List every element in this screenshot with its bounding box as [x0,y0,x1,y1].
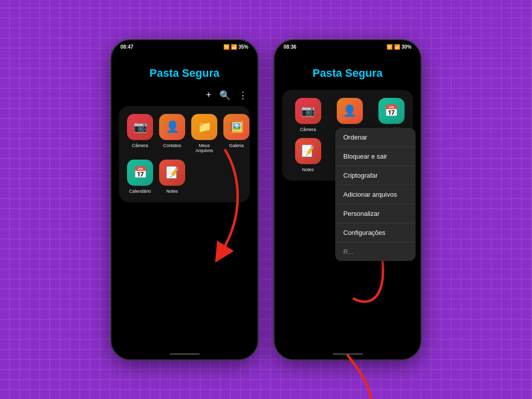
left-phone: 08:47 🛜 📶 35% Pasta Segura + 🔍 ⋮ 📷 Câ [110,39,258,360]
add-icon[interactable]: + [206,90,211,101]
signal-icon-right: 📶 [394,44,400,50]
gallery-label: Galeria [229,143,243,149]
menu-criptografar[interactable]: Criptografar [335,166,416,185]
app-camera[interactable]: 📷 Câmera [127,114,153,154]
apps-grid-left: 📷 Câmera 👤 Contatos 📁 Meus Arquivos 🖼️ G… [119,106,250,202]
search-icon[interactable]: 🔍 [219,90,230,101]
camera-label-right: Câmera [300,127,316,132]
notes-icon: 📝 [159,160,185,186]
bottom-bar-left [111,349,257,359]
bottom-indicator-left [170,353,200,355]
app-contacts[interactable]: 👤 Contatos [159,114,185,154]
calendar-icon-right: 📅 [378,98,405,124]
app-notes-right[interactable]: 📝 Notes [290,138,326,173]
menu-configuracoes[interactable]: Configurações [335,223,416,242]
calendar-icon: 📅 [127,160,153,186]
menu-rascunho[interactable]: R... [335,242,416,261]
right-phone-wrapper: 08:36 🛜 📶 30% Pasta Segura 📷 Câmera 👤 Co… [274,39,422,360]
app-gallery[interactable]: 🖼️ Galeria [223,114,249,154]
toolbar-left: + 🔍 ⋮ [111,90,257,106]
contacts-icon-right: 👤 [337,98,363,124]
app-notes[interactable]: 📝 Notes [159,160,185,194]
time-right: 08:36 [284,44,297,50]
menu-bloquear[interactable]: Bloquear e sair [335,147,416,166]
camera-label: Câmera [132,143,148,149]
wifi-icon-right: 🛜 [386,44,392,50]
app-contacts-right[interactable]: 👤 Contato... [332,98,367,132]
battery-left: 35% [238,44,248,50]
page-title-right: Pasta Segura [275,67,421,80]
left-phone-wrapper: 08:47 🛜 📶 35% Pasta Segura + 🔍 ⋮ 📷 Câ [110,39,258,360]
notes-label-right: Notes [302,167,314,173]
notch [182,44,188,50]
menu-adicionar[interactable]: Adicionar arquivos [335,185,416,204]
app-camera-right[interactable]: 📷 Câmera [290,98,326,132]
more-icon[interactable]: ⋮ [238,90,247,101]
menu-personalizar[interactable]: Personalizar [335,204,416,223]
files-label: Meus Arquivos [191,143,217,154]
notes-label: Notes [166,189,178,194]
battery-right: 30% [402,44,412,50]
wifi-icon-left: 🛜 [223,44,229,50]
app-calendar-right[interactable]: 📅 Calendário [373,98,409,132]
time-left: 08:47 [120,44,134,50]
contacts-label: Contatos [163,143,181,149]
menu-ordenar[interactable]: Ordenar [335,128,416,147]
contacts-icon: 👤 [159,114,185,140]
right-phone: 08:36 🛜 📶 30% Pasta Segura 📷 Câmera 👤 Co… [274,39,422,360]
app-files[interactable]: 📁 Meus Arquivos [191,114,217,154]
notch-right [345,44,351,50]
page-title-left: Pasta Segura [111,67,257,80]
app-calendar[interactable]: 📅 Calendário [127,160,153,194]
calendar-label: Calendário [129,189,151,194]
camera-icon: 📷 [127,114,153,140]
notes-icon-right: 📝 [295,138,321,164]
camera-icon-right: 📷 [295,98,321,124]
context-menu: Ordenar Bloquear e sair Criptografar Adi… [335,128,416,261]
arrow-below-right [298,355,398,400]
files-icon: 📁 [191,114,217,140]
gallery-icon: 🖼️ [223,114,249,140]
signal-icon-left: 📶 [231,44,237,50]
